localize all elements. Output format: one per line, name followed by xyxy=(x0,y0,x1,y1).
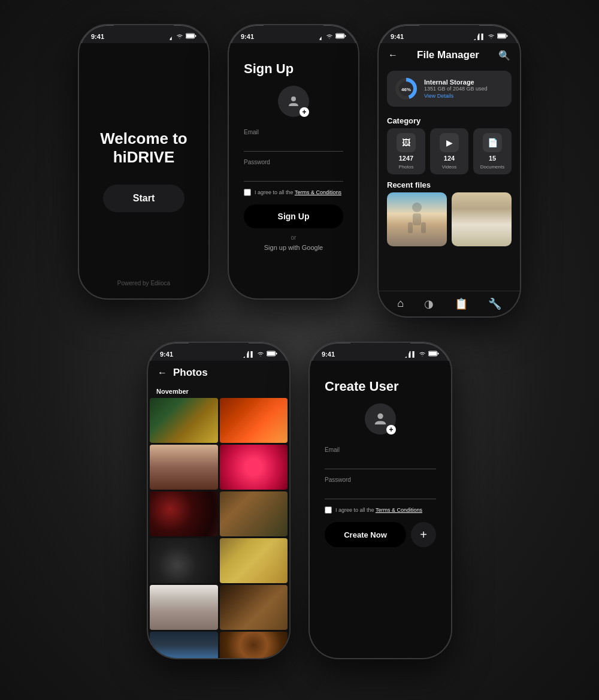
signup-button[interactable]: Sign Up xyxy=(244,204,343,228)
google-signup-text: Sign up with Google xyxy=(264,244,323,251)
photo-grid xyxy=(148,398,289,658)
email-input[interactable] xyxy=(244,138,343,152)
category-row: 🖼 1247 Photos ▶ 124 Videos 📄 15 Document… xyxy=(379,128,520,174)
bottom-phone-row: 9:41 ▌▌▌ ← Photos November xyxy=(147,342,452,659)
grid-photo-11[interactable] xyxy=(150,632,218,658)
signup-screen: Sign Up + Email Password xyxy=(229,43,358,298)
grid-photo-3[interactable] xyxy=(150,445,218,490)
notch-1 xyxy=(114,25,174,42)
welcome-screen: Welcome to hiDRIVE Start Powered by Edii… xyxy=(79,43,208,298)
docs-label: Documents xyxy=(480,164,504,170)
wifi-icon-1 xyxy=(176,33,183,40)
createuser-screen: Create User + Email Password xyxy=(310,361,451,658)
fm-header: ← File Manager 🔍 xyxy=(379,43,520,67)
createuser-content: Create User + Email Password xyxy=(310,361,451,658)
email-field[interactable]: Email xyxy=(244,129,343,152)
grid-photo-5[interactable] xyxy=(150,491,218,536)
cu-terms-row: I agree to all the Terms & Conditions xyxy=(325,506,436,514)
create-now-button[interactable]: Create Now xyxy=(325,522,406,547)
welcome-content: Welcome to hiDRIVE Start Powered by Edii… xyxy=(79,43,208,298)
signup-title: Sign Up xyxy=(244,61,294,77)
photos-screen: ← Photos November xyxy=(148,361,289,658)
time-4: 9:41 xyxy=(160,351,173,358)
fm-search-icon[interactable]: 🔍 xyxy=(498,50,510,61)
category-videos[interactable]: ▶ 124 Videos xyxy=(430,128,468,174)
battery-icon-1 xyxy=(186,33,196,40)
avatar-add-icon[interactable]: + xyxy=(278,86,309,117)
phone-filemanager: 9:41 ▌▌▌ ← File Manager 🔍 xyxy=(377,24,521,318)
cu-email-field[interactable]: Email xyxy=(325,446,436,469)
grid-photo-9[interactable] xyxy=(150,585,218,630)
terms-row: I agree to all the Terms & Conditions xyxy=(244,189,343,196)
status-icons-5: ▌▌▌ xyxy=(405,351,439,358)
wifi-icon-3 xyxy=(488,33,495,40)
grid-photo-12[interactable] xyxy=(220,632,288,658)
photos-back-icon[interactable]: ← xyxy=(158,367,167,378)
grid-photo-4[interactable] xyxy=(220,445,288,490)
cu-password-label: Password xyxy=(325,476,436,483)
fm-home-icon[interactable]: ⌂ xyxy=(397,297,404,310)
create-user-title: Create User xyxy=(325,379,399,394)
password-input[interactable] xyxy=(244,168,343,182)
cu-password-input[interactable] xyxy=(325,485,436,499)
start-button[interactable]: Start xyxy=(103,185,184,212)
email-label: Email xyxy=(244,129,343,135)
svg-rect-2 xyxy=(195,35,196,37)
recent-title: Recent files xyxy=(379,174,520,192)
recent-files-row xyxy=(379,192,520,246)
cu-email-input[interactable] xyxy=(325,455,436,469)
category-docs[interactable]: 📄 15 Documents xyxy=(473,128,512,174)
storage-label: Internal Storage xyxy=(424,79,504,86)
fm-settings-icon[interactable]: 🔧 xyxy=(488,297,501,310)
or-text: or xyxy=(291,234,297,241)
docs-icon: 📄 xyxy=(483,133,502,152)
phone-signup: 9:41 ▌▌▌ Sign Up + xyxy=(228,24,359,300)
svg-rect-22 xyxy=(438,353,439,355)
recent-photo-1[interactable] xyxy=(387,192,447,246)
filemanager-screen: ← File Manager 🔍 46% Internal Storage 13… xyxy=(379,43,520,316)
storage-used: 1351 GB of 2048 GB used xyxy=(424,86,504,92)
svg-rect-1 xyxy=(186,34,194,38)
svg-point-13 xyxy=(412,203,422,212)
category-photos[interactable]: 🖼 1247 Photos xyxy=(387,128,425,174)
cu-plus-badge: + xyxy=(386,425,396,435)
svg-rect-15 xyxy=(408,222,413,233)
cu-avatar-add-icon[interactable]: + xyxy=(365,403,396,435)
fm-clock-icon[interactable]: ◑ xyxy=(424,297,434,310)
grid-photo-2[interactable] xyxy=(220,398,288,443)
view-details-link[interactable]: View Details xyxy=(424,93,504,99)
fm-back-icon[interactable]: ← xyxy=(388,50,398,61)
photos-title: Photos xyxy=(173,367,208,379)
welcome-title: Welcome to hiDRIVE xyxy=(100,129,187,167)
photo-placeholder-2 xyxy=(452,192,512,246)
phone-welcome: 9:41 ▌▌▌ Welcome to hiDRIVE Start Powere… xyxy=(78,24,210,300)
recent-photo-2[interactable] xyxy=(452,192,512,246)
status-icons-3: ▌▌▌ xyxy=(474,33,508,40)
cu-terms-link[interactable]: Terms & Conditions xyxy=(376,507,422,513)
svg-rect-21 xyxy=(429,352,437,355)
grid-photo-7[interactable] xyxy=(150,538,218,583)
cu-password-field[interactable]: Password xyxy=(325,476,436,499)
grid-photo-6[interactable] xyxy=(220,491,288,536)
plus-circle-button[interactable]: + xyxy=(411,522,436,547)
cu-terms-checkbox[interactable] xyxy=(325,506,332,514)
fm-file-icon[interactable]: 📋 xyxy=(455,297,468,310)
svg-rect-9 xyxy=(507,35,508,37)
battery-icon-5 xyxy=(428,351,439,358)
cu-terms-text: I agree to all the Terms & Conditions xyxy=(335,507,422,513)
svg-point-23 xyxy=(377,414,383,419)
terms-link[interactable]: Terms & Conditions xyxy=(295,189,341,195)
grid-photo-10[interactable] xyxy=(220,585,288,630)
terms-checkbox[interactable] xyxy=(244,189,251,196)
photos-header: ← Photos xyxy=(148,361,289,385)
svg-rect-4 xyxy=(336,34,344,38)
svg-rect-18 xyxy=(267,352,275,355)
grid-photo-1[interactable] xyxy=(150,398,218,443)
powered-by-text: Powered by Ediioca xyxy=(117,280,170,286)
phone-create-user: 9:41 ▌▌▌ Create User + xyxy=(308,342,452,659)
battery-icon-3 xyxy=(497,33,508,40)
password-field[interactable]: Password xyxy=(244,159,343,182)
svg-rect-19 xyxy=(276,353,277,355)
svg-rect-8 xyxy=(498,34,506,38)
grid-photo-8[interactable] xyxy=(220,538,288,583)
